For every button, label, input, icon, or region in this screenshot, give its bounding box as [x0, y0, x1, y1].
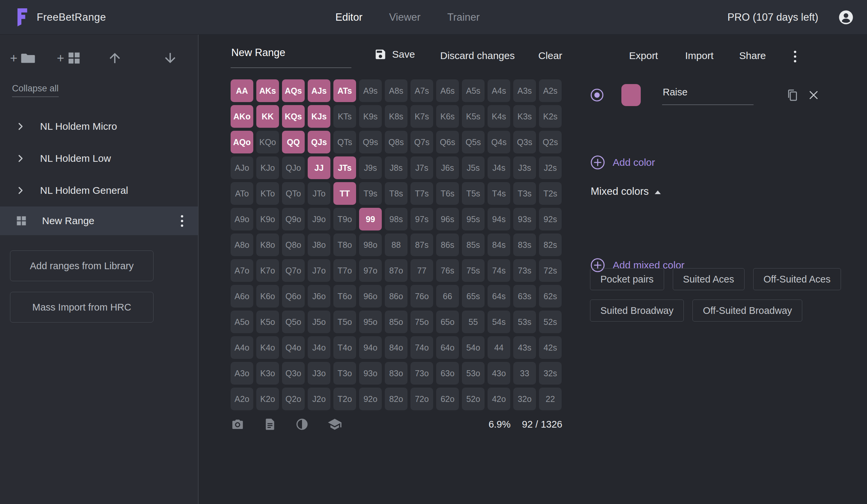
- hand-cell-65s[interactable]: 65s: [462, 285, 484, 308]
- hand-cell-Q2s[interactable]: Q2s: [539, 131, 561, 153]
- hand-cell-T5o[interactable]: T5o: [333, 310, 356, 333]
- hand-cell-J8o[interactable]: J8o: [308, 233, 330, 256]
- hand-cell-66[interactable]: 66: [436, 285, 459, 308]
- color-name-input[interactable]: [662, 85, 753, 105]
- hand-cell-J7s[interactable]: J7s: [410, 156, 433, 179]
- hand-cell-63s[interactable]: 63s: [513, 285, 536, 308]
- hand-cell-K5s[interactable]: K5s: [462, 105, 484, 128]
- hand-cell-K6s[interactable]: K6s: [436, 105, 459, 128]
- hand-cell-A5o[interactable]: A5o: [231, 310, 253, 333]
- preset-pocket-pairs[interactable]: Pocket pairs: [590, 268, 664, 290]
- hand-cell-82s[interactable]: 82s: [539, 233, 561, 256]
- nav-trainer[interactable]: Trainer: [447, 11, 480, 23]
- hand-cell-73s[interactable]: 73s: [513, 259, 536, 282]
- hand-cell-85s[interactable]: 85s: [462, 233, 484, 256]
- hand-cell-T4o[interactable]: T4o: [333, 336, 356, 359]
- hand-cell-73o[interactable]: 73o: [410, 362, 433, 385]
- hand-cell-A8s[interactable]: A8s: [385, 79, 407, 102]
- hand-cell-75s[interactable]: 75s: [462, 259, 484, 282]
- hand-cell-96s[interactable]: 96s: [436, 208, 459, 230]
- hand-cell-86o[interactable]: 86o: [385, 285, 407, 308]
- hand-cell-A2s[interactable]: A2s: [539, 79, 561, 102]
- sidebar-folder-2[interactable]: NL Holdem General: [0, 174, 198, 207]
- hand-cell-J9o[interactable]: J9o: [308, 208, 330, 230]
- hand-cell-83o[interactable]: 83o: [385, 362, 407, 385]
- preset-suited-broadway[interactable]: Suited Broadway: [590, 299, 684, 321]
- hand-cell-83s[interactable]: 83s: [513, 233, 536, 256]
- hand-cell-K9s[interactable]: K9s: [359, 105, 382, 128]
- hand-cell-T9o[interactable]: T9o: [333, 208, 356, 230]
- hand-cell-95s[interactable]: 95s: [462, 208, 484, 230]
- color-swatch[interactable]: [621, 84, 641, 106]
- hand-cell-AKo[interactable]: AKo: [231, 105, 253, 128]
- hand-cell-92s[interactable]: 92s: [539, 208, 561, 230]
- radio-selected-icon[interactable]: [590, 88, 604, 102]
- preset-suited-aces[interactable]: Suited Aces: [673, 268, 745, 290]
- hand-cell-95o[interactable]: 95o: [359, 310, 382, 333]
- hand-cell-KJs[interactable]: KJs: [308, 105, 330, 128]
- hand-cell-84o[interactable]: 84o: [385, 336, 407, 359]
- hand-cell-32s[interactable]: 32s: [539, 362, 561, 385]
- hand-cell-J2o[interactable]: J2o: [308, 387, 330, 410]
- hand-cell-J4s[interactable]: J4s: [488, 156, 510, 179]
- hand-cell-T7o[interactable]: T7o: [333, 259, 356, 282]
- hand-cell-97o[interactable]: 97o: [359, 259, 382, 282]
- hand-cell-T6s[interactable]: T6s: [436, 182, 459, 205]
- hand-cell-A2o[interactable]: A2o: [231, 387, 253, 410]
- hand-cell-77[interactable]: 77: [410, 259, 433, 282]
- hand-cell-Q9o[interactable]: Q9o: [282, 208, 305, 230]
- hand-cell-AJs[interactable]: AJs: [308, 79, 330, 102]
- hand-cell-Q9s[interactable]: Q9s: [359, 131, 382, 153]
- hand-cell-62o[interactable]: 62o: [436, 387, 459, 410]
- hand-cell-96o[interactable]: 96o: [359, 285, 382, 308]
- hand-cell-KTo[interactable]: KTo: [256, 182, 279, 205]
- hand-cell-43o[interactable]: 43o: [488, 362, 510, 385]
- add-folder-button[interactable]: +: [10, 50, 36, 66]
- hand-cell-T3s[interactable]: T3s: [513, 182, 536, 205]
- hand-cell-QQ[interactable]: QQ: [282, 131, 305, 153]
- hand-cell-74s[interactable]: 74s: [488, 259, 510, 282]
- hand-cell-A4o[interactable]: A4o: [231, 336, 253, 359]
- hand-cell-QJo[interactable]: QJo: [282, 156, 305, 179]
- hand-cell-63o[interactable]: 63o: [436, 362, 459, 385]
- hand-cell-Q6o[interactable]: Q6o: [282, 285, 305, 308]
- hand-cell-52o[interactable]: 52o: [462, 387, 484, 410]
- hand-cell-93s[interactable]: 93s: [513, 208, 536, 230]
- hand-cell-99[interactable]: 99: [359, 208, 382, 230]
- hand-cell-J2s[interactable]: J2s: [539, 156, 561, 179]
- hand-cell-QTo[interactable]: QTo: [282, 182, 305, 205]
- move-down-button[interactable]: [162, 51, 178, 66]
- hand-cell-22[interactable]: 22: [539, 387, 561, 410]
- screenshot-button[interactable]: [231, 417, 245, 431]
- hand-cell-97s[interactable]: 97s: [410, 208, 433, 230]
- hand-cell-42o[interactable]: 42o: [488, 387, 510, 410]
- range-menu-button[interactable]: [180, 214, 184, 228]
- hand-cell-KJo[interactable]: KJo: [256, 156, 279, 179]
- hand-cell-J9s[interactable]: J9s: [359, 156, 382, 179]
- hand-cell-44[interactable]: 44: [488, 336, 510, 359]
- hand-cell-TT[interactable]: TT: [333, 182, 356, 205]
- hand-cell-Q5o[interactable]: Q5o: [282, 310, 305, 333]
- hand-cell-Q4s[interactable]: Q4s: [488, 131, 510, 153]
- hand-cell-32o[interactable]: 32o: [513, 387, 536, 410]
- hand-cell-ATo[interactable]: ATo: [231, 182, 253, 205]
- hand-cell-86s[interactable]: 86s: [436, 233, 459, 256]
- hand-cell-AJo[interactable]: AJo: [231, 156, 253, 179]
- preset-off-suited-aces[interactable]: Off-Suited Aces: [753, 268, 841, 290]
- hand-cell-87o[interactable]: 87o: [385, 259, 407, 282]
- copy-color-button[interactable]: [785, 88, 799, 102]
- hand-cell-54o[interactable]: 54o: [462, 336, 484, 359]
- save-button[interactable]: Save: [374, 48, 415, 61]
- hand-cell-85o[interactable]: 85o: [385, 310, 407, 333]
- move-up-button[interactable]: [107, 51, 122, 66]
- hand-cell-J3s[interactable]: J3s: [513, 156, 536, 179]
- hand-cell-KQs[interactable]: KQs: [282, 105, 305, 128]
- hand-cell-Q5s[interactable]: Q5s: [462, 131, 484, 153]
- hand-cell-42s[interactable]: 42s: [539, 336, 561, 359]
- hand-cell-K2o[interactable]: K2o: [256, 387, 279, 410]
- hand-cell-93o[interactable]: 93o: [359, 362, 382, 385]
- hand-cell-K4s[interactable]: K4s: [488, 105, 510, 128]
- hand-cell-K3o[interactable]: K3o: [256, 362, 279, 385]
- hand-cell-82o[interactable]: 82o: [385, 387, 407, 410]
- hand-cell-Q8s[interactable]: Q8s: [385, 131, 407, 153]
